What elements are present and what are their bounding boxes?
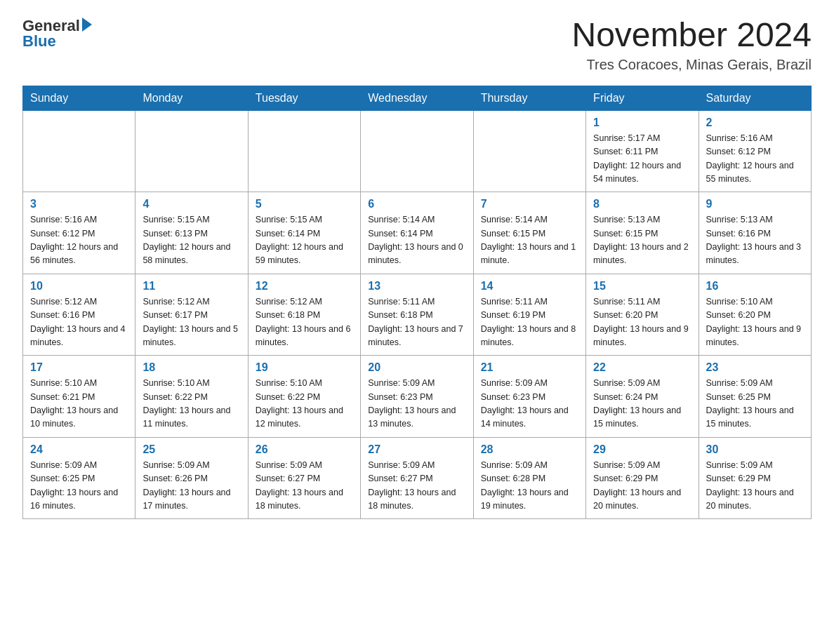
day-info: Sunrise: 5:09 AM Sunset: 6:29 PM Dayligh… <box>706 459 804 514</box>
calendar-cell: 9Sunrise: 5:13 AM Sunset: 6:16 PM Daylig… <box>699 192 811 274</box>
header-wednesday: Wednesday <box>361 86 473 110</box>
calendar-cell: 29Sunrise: 5:09 AM Sunset: 6:29 PM Dayli… <box>586 437 699 519</box>
day-info: Sunrise: 5:12 AM Sunset: 6:18 PM Dayligh… <box>256 295 353 350</box>
day-number: 29 <box>593 443 691 456</box>
day-number: 5 <box>256 198 353 210</box>
day-info: Sunrise: 5:09 AM Sunset: 6:28 PM Dayligh… <box>481 459 578 514</box>
day-number: 7 <box>481 198 578 210</box>
logo: General Blue <box>22 17 92 51</box>
day-number: 2 <box>706 116 804 129</box>
day-number: 26 <box>256 443 353 456</box>
day-info: Sunrise: 5:11 AM Sunset: 6:18 PM Dayligh… <box>368 295 465 350</box>
calendar-cell: 26Sunrise: 5:09 AM Sunset: 6:27 PM Dayli… <box>248 437 360 519</box>
day-info: Sunrise: 5:10 AM Sunset: 6:22 PM Dayligh… <box>256 377 353 431</box>
day-info: Sunrise: 5:09 AM Sunset: 6:27 PM Dayligh… <box>368 459 465 514</box>
day-info: Sunrise: 5:09 AM Sunset: 6:23 PM Dayligh… <box>368 377 465 431</box>
day-number: 15 <box>593 280 691 293</box>
week-row-4: 17Sunrise: 5:10 AM Sunset: 6:21 PM Dayli… <box>23 356 812 438</box>
day-number: 14 <box>481 280 578 293</box>
calendar-cell: 1Sunrise: 5:17 AM Sunset: 6:11 PM Daylig… <box>586 110 699 192</box>
day-info: Sunrise: 5:09 AM Sunset: 6:26 PM Dayligh… <box>143 459 240 514</box>
title-area: November 2024 Tres Coracoes, Minas Gerai… <box>571 17 812 73</box>
week-row-2: 3Sunrise: 5:16 AM Sunset: 6:12 PM Daylig… <box>23 192 812 274</box>
calendar-cell: 14Sunrise: 5:11 AM Sunset: 6:19 PM Dayli… <box>473 274 585 356</box>
day-number: 9 <box>706 198 804 210</box>
day-info: Sunrise: 5:10 AM Sunset: 6:20 PM Dayligh… <box>706 295 804 350</box>
day-info: Sunrise: 5:13 AM Sunset: 6:16 PM Dayligh… <box>706 213 804 268</box>
calendar-cell: 12Sunrise: 5:12 AM Sunset: 6:18 PM Dayli… <box>248 274 360 356</box>
day-info: Sunrise: 5:11 AM Sunset: 6:20 PM Dayligh… <box>593 295 691 350</box>
day-number: 27 <box>368 443 465 456</box>
calendar-cell: 2Sunrise: 5:16 AM Sunset: 6:12 PM Daylig… <box>699 110 811 192</box>
day-number: 24 <box>30 443 128 456</box>
day-number: 11 <box>143 280 240 293</box>
header-monday: Monday <box>135 86 248 110</box>
day-info: Sunrise: 5:14 AM Sunset: 6:15 PM Dayligh… <box>481 213 578 268</box>
calendar-cell: 17Sunrise: 5:10 AM Sunset: 6:21 PM Dayli… <box>23 356 135 438</box>
calendar-cell <box>473 110 585 192</box>
day-number: 17 <box>30 361 128 374</box>
day-info: Sunrise: 5:16 AM Sunset: 6:12 PM Dayligh… <box>706 132 804 187</box>
calendar-cell: 13Sunrise: 5:11 AM Sunset: 6:18 PM Dayli… <box>361 274 473 356</box>
day-info: Sunrise: 5:17 AM Sunset: 6:11 PM Dayligh… <box>593 132 691 187</box>
day-number: 25 <box>143 443 240 456</box>
calendar-cell: 21Sunrise: 5:09 AM Sunset: 6:23 PM Dayli… <box>473 356 585 438</box>
calendar-cell: 4Sunrise: 5:15 AM Sunset: 6:13 PM Daylig… <box>135 192 248 274</box>
calendar-cell: 6Sunrise: 5:14 AM Sunset: 6:14 PM Daylig… <box>361 192 473 274</box>
header-saturday: Saturday <box>699 86 811 110</box>
day-number: 18 <box>143 361 240 374</box>
day-number: 28 <box>481 443 578 456</box>
header-thursday: Thursday <box>473 86 585 110</box>
calendar-cell: 16Sunrise: 5:10 AM Sunset: 6:20 PM Dayli… <box>699 274 811 356</box>
day-number: 3 <box>30 198 128 210</box>
calendar-cell: 25Sunrise: 5:09 AM Sunset: 6:26 PM Dayli… <box>135 437 248 519</box>
calendar-cell <box>23 110 135 192</box>
calendar-cell: 22Sunrise: 5:09 AM Sunset: 6:24 PM Dayli… <box>586 356 699 438</box>
week-row-5: 24Sunrise: 5:09 AM Sunset: 6:25 PM Dayli… <box>23 437 812 519</box>
calendar-cell: 28Sunrise: 5:09 AM Sunset: 6:28 PM Dayli… <box>473 437 585 519</box>
calendar-cell: 27Sunrise: 5:09 AM Sunset: 6:27 PM Dayli… <box>361 437 473 519</box>
logo-blue-text: Blue <box>22 32 92 51</box>
calendar-cell: 5Sunrise: 5:15 AM Sunset: 6:14 PM Daylig… <box>248 192 360 274</box>
day-number: 10 <box>30 280 128 293</box>
day-info: Sunrise: 5:16 AM Sunset: 6:12 PM Dayligh… <box>30 213 128 268</box>
day-info: Sunrise: 5:09 AM Sunset: 6:24 PM Dayligh… <box>593 377 691 431</box>
calendar-cell: 3Sunrise: 5:16 AM Sunset: 6:12 PM Daylig… <box>23 192 135 274</box>
day-number: 20 <box>368 361 465 374</box>
day-info: Sunrise: 5:11 AM Sunset: 6:19 PM Dayligh… <box>481 295 578 350</box>
weekday-header-row: Sunday Monday Tuesday Wednesday Thursday… <box>23 86 812 110</box>
day-info: Sunrise: 5:09 AM Sunset: 6:25 PM Dayligh… <box>30 459 128 514</box>
page-header: General Blue November 2024 Tres Coracoes… <box>22 17 812 73</box>
header-sunday: Sunday <box>23 86 135 110</box>
day-number: 1 <box>593 116 691 129</box>
calendar-cell: 19Sunrise: 5:10 AM Sunset: 6:22 PM Dayli… <box>248 356 360 438</box>
day-number: 8 <box>593 198 691 210</box>
day-number: 12 <box>256 280 353 293</box>
logo-arrow-icon <box>82 18 92 32</box>
day-number: 30 <box>706 443 804 456</box>
calendar-table: Sunday Monday Tuesday Wednesday Thursday… <box>22 86 812 520</box>
day-number: 4 <box>143 198 240 210</box>
calendar-cell: 23Sunrise: 5:09 AM Sunset: 6:25 PM Dayli… <box>699 356 811 438</box>
day-number: 6 <box>368 198 465 210</box>
location-subtitle: Tres Coracoes, Minas Gerais, Brazil <box>571 57 812 73</box>
calendar-cell <box>361 110 473 192</box>
calendar-cell: 7Sunrise: 5:14 AM Sunset: 6:15 PM Daylig… <box>473 192 585 274</box>
day-info: Sunrise: 5:09 AM Sunset: 6:23 PM Dayligh… <box>481 377 578 431</box>
calendar-cell: 8Sunrise: 5:13 AM Sunset: 6:15 PM Daylig… <box>586 192 699 274</box>
calendar-cell: 15Sunrise: 5:11 AM Sunset: 6:20 PM Dayli… <box>586 274 699 356</box>
day-info: Sunrise: 5:09 AM Sunset: 6:25 PM Dayligh… <box>706 377 804 431</box>
header-tuesday: Tuesday <box>248 86 360 110</box>
day-info: Sunrise: 5:12 AM Sunset: 6:16 PM Dayligh… <box>30 295 128 350</box>
day-info: Sunrise: 5:15 AM Sunset: 6:13 PM Dayligh… <box>143 213 240 268</box>
day-number: 22 <box>593 361 691 374</box>
day-info: Sunrise: 5:13 AM Sunset: 6:15 PM Dayligh… <box>593 213 691 268</box>
week-row-1: 1Sunrise: 5:17 AM Sunset: 6:11 PM Daylig… <box>23 110 812 192</box>
day-info: Sunrise: 5:14 AM Sunset: 6:14 PM Dayligh… <box>368 213 465 268</box>
day-info: Sunrise: 5:09 AM Sunset: 6:27 PM Dayligh… <box>256 459 353 514</box>
day-number: 13 <box>368 280 465 293</box>
day-number: 23 <box>706 361 804 374</box>
day-number: 21 <box>481 361 578 374</box>
header-friday: Friday <box>586 86 699 110</box>
day-info: Sunrise: 5:09 AM Sunset: 6:29 PM Dayligh… <box>593 459 691 514</box>
